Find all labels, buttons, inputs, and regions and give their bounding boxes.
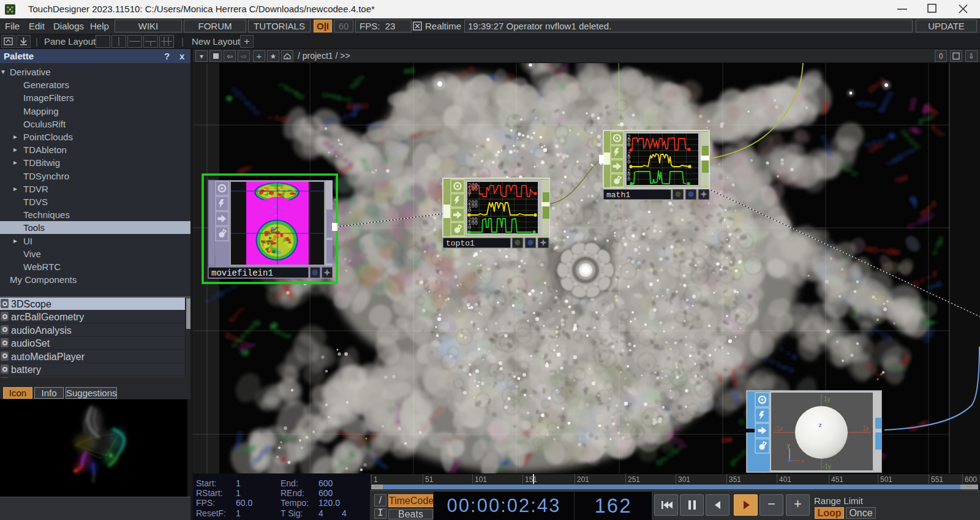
svg-text:1y: 1y — [824, 396, 831, 402]
svg-text:-1y: -1y — [823, 463, 831, 470]
svg-text:topto1: topto1 — [446, 239, 475, 248]
svg-text:z: z — [819, 422, 822, 428]
svg-text:0: 0 — [468, 225, 471, 231]
svg-text:y: y — [787, 442, 790, 448]
svg-text:math1: math1 — [606, 190, 630, 200]
svg-text:moviefilein1: moviefilein1 — [211, 268, 273, 278]
svg-text:1x: 1x — [862, 425, 869, 432]
svg-text:-1x: -1x — [774, 425, 783, 432]
svg-text:0: 0 — [627, 159, 630, 165]
svg-text:0: 0 — [627, 142, 630, 148]
svg-text:0: 0 — [627, 176, 630, 183]
svg-text:x: x — [801, 458, 804, 464]
svg-text:0: 0 — [468, 208, 471, 214]
